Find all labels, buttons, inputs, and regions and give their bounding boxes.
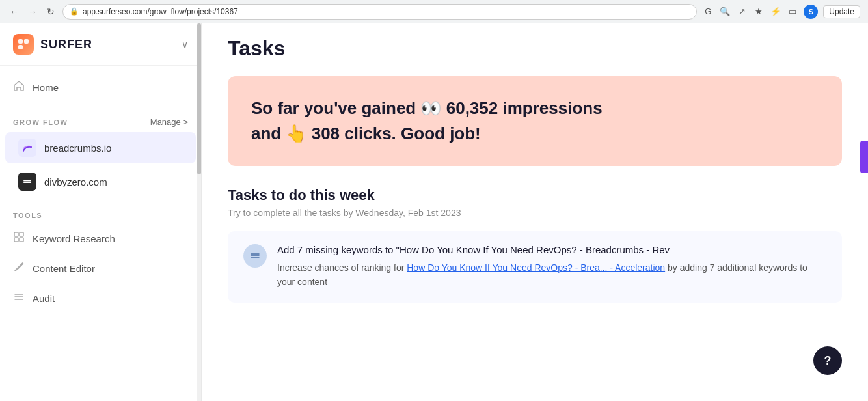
google-icon[interactable]: G	[702, 6, 714, 18]
svg-rect-2	[18, 45, 23, 49]
tools-label: TOOLS	[13, 212, 42, 219]
content-editor-label: Content Editor	[33, 263, 95, 274]
breadcrumbs-avatar	[18, 139, 36, 157]
svg-rect-3	[23, 180, 31, 182]
url-text: app.surferseo.com/grow_flow/projects/103…	[83, 7, 238, 16]
breadcrumbs-label: breadcrumbs.io	[44, 143, 111, 154]
task-content: Add 7 missing keywords to "How Do You Kn…	[277, 244, 826, 290]
sidebar-item-keyword-research[interactable]: Keyword Research	[0, 223, 201, 253]
impressions-banner: So far you've gained 👀 60,352 impression…	[228, 76, 842, 166]
page-title: Tasks	[228, 36, 842, 61]
browser-bar: ← → ↻ 🔒 app.surferseo.com/grow_flow/proj…	[0, 0, 868, 23]
divbyzero-avatar	[18, 173, 36, 191]
sidebar: SURFER ∨ Home GROW FLOW Manage >	[0, 23, 202, 401]
browser-right-icons: G 🔍 ↗ ★ ⚡ ▭ S Update	[702, 5, 860, 19]
lock-icon: 🔒	[70, 7, 79, 16]
back-button[interactable]: ←	[8, 5, 21, 18]
divbyzero-label: divbyzero.com	[44, 176, 107, 187]
bookmark-icon[interactable]: ★	[753, 6, 765, 18]
task-description: Increase chances of ranking for How Do Y…	[277, 260, 826, 290]
audit-icon	[13, 291, 25, 305]
forward-button[interactable]: →	[26, 5, 39, 18]
task-row: Add 7 missing keywords to "How Do You Kn…	[243, 244, 826, 290]
scrollbar-track	[197, 23, 201, 401]
user-avatar[interactable]: S	[804, 5, 818, 19]
home-icon	[13, 80, 25, 95]
hand-emoji: 👆	[286, 124, 306, 143]
svg-rect-7	[14, 238, 18, 242]
task-card: Add 7 missing keywords to "How Do You Kn…	[228, 231, 842, 303]
manage-link[interactable]: Manage >	[150, 117, 188, 127]
sidebar-item-content-editor[interactable]: Content Editor	[0, 253, 201, 283]
task-icon	[243, 244, 267, 268]
tasks-section-title: Tasks to do this week	[228, 187, 842, 204]
manage-arrow-icon: >	[183, 117, 188, 127]
logo-text: SURFER	[40, 38, 92, 51]
keyword-research-icon	[13, 231, 25, 245]
update-button[interactable]: Update	[823, 5, 860, 18]
tasks-subtitle: Try to complete all the tasks by Wednesd…	[228, 208, 842, 218]
clicks-count: 308 clicks. Good job!	[312, 124, 481, 143]
keyword-research-label: Keyword Research	[33, 233, 115, 244]
svg-rect-8	[20, 238, 23, 242]
tools-section-header: TOOLS	[0, 204, 201, 223]
reload-button[interactable]: ↻	[44, 5, 57, 18]
extension-icon[interactable]: ⚡	[770, 6, 781, 18]
chevron-down-icon[interactable]: ∨	[182, 39, 188, 49]
svg-rect-1	[24, 39, 29, 44]
main-content: Tasks So far you've gained 👀 60,352 impr…	[202, 23, 868, 401]
grow-flow-item-breadcrumbs[interactable]: breadcrumbs.io	[5, 132, 196, 163]
grow-flow-label: GROW FLOW	[13, 118, 68, 126]
help-button[interactable]: ?	[813, 346, 842, 375]
eyes-emoji: 👀	[420, 98, 446, 118]
tasks-section: Tasks to do this week Try to complete al…	[228, 187, 842, 303]
scrollbar-thumb[interactable]	[197, 23, 201, 174]
surfer-logo-icon	[13, 34, 34, 55]
home-label: Home	[33, 82, 59, 93]
audit-label: Audit	[33, 293, 55, 304]
side-action-button[interactable]	[860, 141, 868, 173]
sidebar-header: SURFER ∨	[0, 23, 201, 66]
search-icon[interactable]: 🔍	[719, 6, 731, 18]
task-link[interactable]: How Do You Know If You Need RevOps? - Br…	[407, 262, 665, 273]
sidebar-item-audit[interactable]: Audit	[0, 283, 201, 313]
grow-flow-section-header: GROW FLOW Manage >	[0, 109, 201, 131]
layout-icon[interactable]: ▭	[787, 6, 798, 18]
address-bar[interactable]: 🔒 app.surferseo.com/grow_flow/projects/1…	[62, 4, 697, 20]
logo-area: SURFER	[13, 34, 92, 55]
content-editor-icon	[13, 261, 25, 275]
tools-section: TOOLS Keyword Research	[0, 199, 201, 313]
sidebar-item-home[interactable]: Home	[0, 74, 201, 102]
sidebar-nav: Home	[0, 66, 201, 109]
svg-rect-0	[18, 39, 23, 44]
share-icon[interactable]: ↗	[736, 6, 748, 18]
task-desc-prefix: Increase chances of ranking for	[277, 262, 407, 273]
svg-rect-4	[23, 182, 31, 184]
app-layout: SURFER ∨ Home GROW FLOW Manage >	[0, 23, 868, 401]
impressions-text-part2: and	[251, 124, 281, 143]
impressions-count: 60,352 impressions	[446, 98, 603, 118]
svg-rect-5	[14, 232, 18, 236]
impressions-text: So far you've gained 👀 60,352 impression…	[251, 96, 819, 146]
task-main-text: Add 7 missing keywords to "How Do You Kn…	[277, 244, 826, 255]
grow-flow-item-divbyzero[interactable]: divbyzero.com	[5, 166, 196, 197]
impressions-text-part1: So far you've gained	[251, 98, 416, 118]
svg-rect-6	[20, 232, 23, 236]
